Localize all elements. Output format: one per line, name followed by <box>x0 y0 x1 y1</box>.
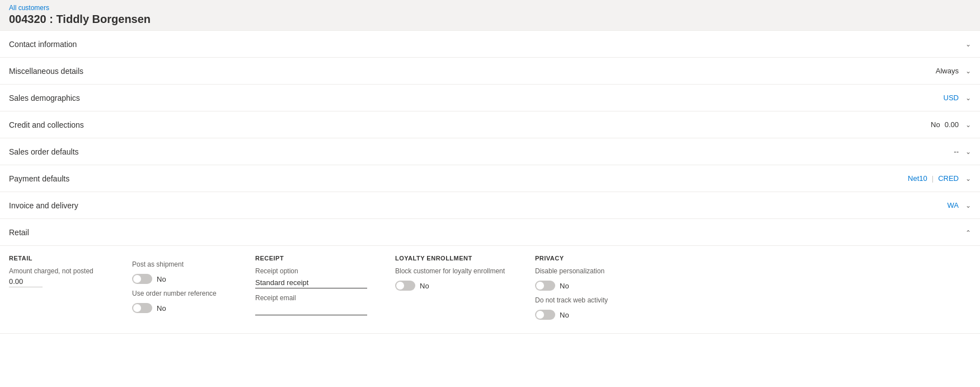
block-loyalty-value: No <box>420 282 429 290</box>
chevron-down-icon-credit: ⌄ <box>965 121 971 129</box>
chevron-down-icon-payment: ⌄ <box>965 175 971 183</box>
section-title-retail: Retail <box>9 228 963 237</box>
section-meta-invoice-wa: WA <box>948 201 959 209</box>
section-title-sales-demo: Sales demographics <box>9 94 944 102</box>
section-title-sales-order: Sales order defaults <box>9 147 954 156</box>
retail-col-label: RETAIL <box>9 255 114 262</box>
breadcrumb-link[interactable]: All customers <box>9 4 49 12</box>
use-order-number-value: No <box>157 304 166 313</box>
section-sales-demographics[interactable]: Sales demographics USD ⌄ <box>0 85 980 111</box>
receipt-option-label: Receipt option <box>255 267 377 275</box>
disable-personalization-value: No <box>560 282 569 290</box>
retail-amount-label: Amount charged, not posted <box>9 267 114 275</box>
retail-header[interactable]: Retail ⌄ <box>0 219 980 246</box>
section-miscellaneous-details[interactable]: Miscellaneous details Always ⌄ <box>0 58 980 85</box>
section-meta-payment-cred: CRED <box>938 174 959 183</box>
receipt-email-label: Receipt email <box>255 294 377 302</box>
retail-receipt-col: RECEIPT Receipt option Receipt email <box>255 255 395 320</box>
chevron-down-icon-sales-order: ⌄ <box>965 148 971 156</box>
section-meta-credit: No 0.00 <box>931 120 959 129</box>
do-not-track-toggle[interactable] <box>535 310 555 320</box>
use-order-number-toggle[interactable] <box>132 303 152 313</box>
section-meta-misc: Always <box>936 67 959 75</box>
retail-shipment-col: Post as shipment No Use order number ref… <box>132 255 255 320</box>
payment-meta-divider: | <box>932 174 934 183</box>
disable-personalization-label: Disable personalization <box>535 267 657 275</box>
page-container: All customers 004320 : Tiddly Borgensen … <box>0 0 980 387</box>
retail-amount-value: 0.00 <box>9 277 43 287</box>
section-meta-payment-net10: Net10 <box>908 174 927 183</box>
retail-content: RETAIL Amount charged, not posted 0.00 P… <box>0 246 980 333</box>
section-sales-order-defaults[interactable]: Sales order defaults -- ⌄ <box>0 138 980 165</box>
retail-retail-col: RETAIL Amount charged, not posted 0.00 <box>9 255 132 320</box>
receipt-option-input[interactable] <box>255 277 367 288</box>
do-not-track-value: No <box>560 311 569 319</box>
breadcrumb-area: All customers <box>0 0 980 12</box>
chevron-down-icon-sales-demo: ⌄ <box>965 94 971 102</box>
chevron-down-icon-misc: ⌄ <box>965 67 971 75</box>
privacy-col-label: PRIVACY <box>535 255 657 262</box>
post-as-shipment-toggle[interactable] <box>132 274 152 284</box>
section-title-misc: Miscellaneous details <box>9 67 936 76</box>
section-invoice-delivery[interactable]: Invoice and delivery WA ⌄ <box>0 192 980 219</box>
section-meta-sales-order-value: -- <box>954 147 959 156</box>
main-content: Contact information ⌄ Miscellaneous deta… <box>0 30 980 387</box>
section-payment-defaults[interactable]: Payment defaults Net10 | CRED ⌄ <box>0 165 980 192</box>
post-as-shipment-toggle-row: No <box>132 274 237 284</box>
section-meta-sales-demo-value: USD <box>944 94 959 102</box>
retail-loyalty-col: LOYALTY ENROLLMENT Block customer for lo… <box>395 255 535 320</box>
section-meta-sales-demo: USD <box>944 94 959 102</box>
post-as-shipment-value: No <box>157 275 166 283</box>
use-order-number-label: Use order number reference <box>132 290 237 297</box>
section-meta-sales-order: -- <box>954 147 959 156</box>
section-credit-collections[interactable]: Credit and collections No 0.00 ⌄ <box>0 111 980 138</box>
do-not-track-toggle-row: No <box>535 310 657 320</box>
section-meta-invoice: WA <box>948 201 959 209</box>
chevron-down-icon-contact: ⌄ <box>965 40 971 48</box>
disable-personalization-toggle[interactable] <box>535 281 555 291</box>
use-order-number-toggle-row: No <box>132 303 237 313</box>
disable-personalization-toggle-row: No <box>535 281 657 291</box>
section-meta-credit-no: No <box>931 120 940 129</box>
section-title-credit: Credit and collections <box>9 120 931 129</box>
block-loyalty-toggle-row: No <box>395 281 517 291</box>
section-title-invoice: Invoice and delivery <box>9 201 948 210</box>
section-meta-credit-amount: 0.00 <box>945 120 959 129</box>
page-title: 004320 : Tiddly Borgensen <box>0 12 980 30</box>
loyalty-col-label: LOYALTY ENROLLMENT <box>395 255 517 262</box>
block-loyalty-label: Block customer for loyalty enrollment <box>395 267 517 275</box>
section-title-contact: Contact information <box>9 40 959 49</box>
section-meta-misc-value: Always <box>936 67 959 75</box>
block-loyalty-toggle[interactable] <box>395 281 415 291</box>
receipt-col-label: RECEIPT <box>255 255 377 262</box>
do-not-track-label: Do not track web activity <box>535 296 657 304</box>
section-title-payment: Payment defaults <box>9 174 908 183</box>
receipt-email-input[interactable] <box>255 304 367 315</box>
post-as-shipment-label: Post as shipment <box>132 260 237 268</box>
section-contact-information[interactable]: Contact information ⌄ <box>0 31 980 58</box>
retail-privacy-col: PRIVACY Disable personalization No Do no… <box>535 255 675 320</box>
section-meta-payment: Net10 | CRED <box>908 174 959 183</box>
retail-section: Retail ⌄ RETAIL Amount charged, not post… <box>0 219 980 334</box>
chevron-up-icon-retail: ⌄ <box>965 229 971 236</box>
chevron-down-icon-invoice: ⌄ <box>965 202 971 209</box>
